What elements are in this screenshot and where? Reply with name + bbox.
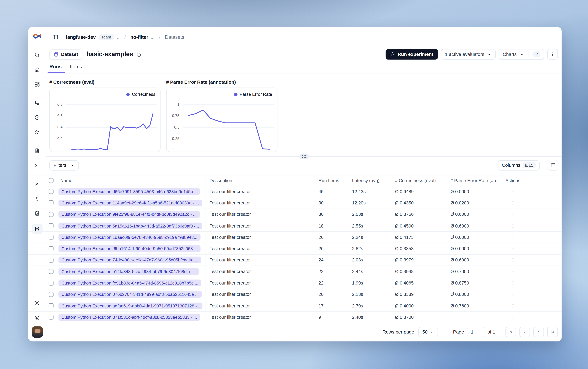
resize-grip-icon[interactable]	[300, 154, 308, 159]
row-checkbox[interactable]	[49, 303, 53, 308]
row-checkbox[interactable]	[49, 292, 53, 297]
row-actions-button[interactable]	[509, 210, 518, 219]
tab-items[interactable]: Items	[70, 64, 82, 73]
last-page-button[interactable]	[547, 327, 558, 337]
row-actions-button[interactable]	[509, 198, 518, 208]
sidebar-item-dashboard[interactable]	[32, 80, 42, 88]
columns-button[interactable]: Columns 8/15	[498, 160, 540, 170]
sidebar-item-sessions[interactable]	[32, 113, 42, 122]
run-name-link[interactable]: Custom Python Execution 1daec0f9-5e78-43…	[58, 234, 200, 241]
row-actions-button[interactable]	[509, 221, 518, 230]
run-description: Test our filter creator	[205, 292, 318, 297]
page-input[interactable]	[467, 327, 484, 337]
run-description: Test our filter creator	[205, 269, 318, 274]
sidebar-item-prompts[interactable]	[32, 146, 42, 155]
charts-button[interactable]: Charts 2	[499, 49, 544, 60]
next-page-button[interactable]	[533, 327, 544, 337]
row-checkbox[interactable]	[49, 201, 53, 205]
row-checkbox[interactable]	[49, 280, 53, 285]
sidebar-item-users[interactable]	[32, 128, 42, 136]
row-checkbox[interactable]	[49, 223, 53, 228]
row-actions-button[interactable]	[509, 187, 518, 196]
row-checkbox[interactable]	[49, 269, 53, 274]
rows-per-page-label: Rows per page	[382, 329, 414, 335]
rows-per-page-select[interactable]: 50	[418, 327, 438, 337]
row-actions-button[interactable]	[509, 278, 518, 287]
breadcrumb-section[interactable]: Datasets	[165, 34, 184, 40]
run-name-link[interactable]: Custom Python Execution adfae619-abb0-4d…	[58, 302, 202, 309]
panel-divider	[46, 156, 562, 156]
column-header-parse-error-rate[interactable]: # Parse Error Rate (an...	[451, 178, 505, 183]
sidebar-item-search[interactable]	[32, 51, 42, 59]
run-latency-value: 2.44s	[352, 269, 395, 274]
tab-runs[interactable]: Runs	[49, 64, 62, 73]
screen: langfuse-dev Team / no-filter / Datasets…	[0, 0, 588, 369]
row-actions-button[interactable]	[509, 313, 518, 322]
row-actions-button[interactable]	[509, 290, 518, 299]
row-actions-button[interactable]	[509, 267, 518, 276]
row-actions-button[interactable]	[509, 233, 518, 242]
breadcrumb-environment[interactable]: no-filter	[130, 34, 148, 40]
run-correctness-value: Ø 0.6489	[395, 189, 451, 194]
run-name-link[interactable]: Custom Python Execution 5a15a616-1bab-44…	[58, 222, 202, 229]
run-latency-value: 2.03s	[352, 257, 395, 263]
row-checkbox[interactable]	[49, 189, 53, 194]
column-header-name[interactable]: Name	[58, 175, 205, 186]
user-avatar[interactable]	[31, 326, 43, 338]
row-checkbox[interactable]	[49, 258, 53, 263]
run-parse-error-rate-value: Ø 0.8000	[451, 292, 505, 297]
breadcrumb-project[interactable]: langfuse-dev	[66, 34, 96, 40]
info-icon[interactable]	[137, 52, 141, 57]
active-evaluators-button[interactable]: 1 active evaluators	[441, 49, 496, 60]
tab-divider	[46, 73, 562, 74]
column-header-run-items[interactable]: Run Items	[318, 178, 352, 183]
chevron-down-icon	[430, 330, 434, 334]
kebab-icon	[550, 52, 555, 57]
filters-button[interactable]: Filters	[49, 160, 79, 170]
sidebar-toggle-icon[interactable]	[50, 32, 60, 42]
row-actions-button[interactable]	[509, 301, 518, 310]
row-checkbox[interactable]	[49, 315, 53, 320]
run-correctness-value: Ø 0.3948	[395, 269, 451, 274]
row-checkbox[interactable]	[49, 212, 53, 217]
run-name-link[interactable]: Custom Python Execution 74de488e-ec9d-47…	[58, 257, 201, 264]
row-actions-button[interactable]	[509, 244, 518, 253]
column-header-description[interactable]: Description	[205, 178, 318, 183]
column-header-correctness[interactable]: # Correctness (eval)	[395, 178, 451, 183]
chevron-down-icon[interactable]	[116, 35, 120, 39]
run-name-link[interactable]: Custom Python Execution fe91b83e-04a5-47…	[58, 279, 201, 286]
select-all-checkbox[interactable]	[49, 178, 53, 183]
run-name-link[interactable]: Custom Python Execution 9fe23f98-881e-44…	[58, 211, 200, 218]
run-name-link[interactable]: Custom Python Execution f6bb1614-1f90-40…	[58, 245, 200, 252]
row-actions-button[interactable]	[509, 256, 518, 265]
sidebar-item-playground[interactable]	[32, 161, 42, 169]
run-items-value: 45	[318, 189, 352, 194]
run-experiment-button[interactable]: Run experiment	[386, 49, 438, 60]
run-items-value: 26	[318, 235, 352, 240]
header-more-button[interactable]	[547, 49, 558, 60]
pagination-bar: Rows per page 50 Page of 1	[46, 326, 558, 338]
run-correctness-value: Ø 0.4173	[395, 235, 451, 240]
run-name-link[interactable]: Custom Python Execution 371f531c-abff-4d…	[58, 314, 200, 321]
line-series	[183, 100, 274, 150]
first-page-button[interactable]	[505, 327, 516, 337]
row-checkbox[interactable]	[49, 235, 53, 240]
chevron-down-icon[interactable]	[150, 35, 154, 39]
divider	[528, 51, 528, 57]
row-checkbox[interactable]	[49, 246, 53, 251]
run-description: Test our filter creator	[205, 303, 318, 308]
run-name-link[interactable]: Custom Python Execution 114aa9ef-29e6-4e…	[58, 200, 202, 206]
sidebar-item-home[interactable]	[32, 65, 42, 74]
table-row: Custom Python Execution 5a15a616-1bab-44…	[28, 220, 562, 232]
sidebar-item-tracing[interactable]	[32, 98, 42, 107]
y-tick-label: 0.2	[57, 136, 62, 141]
run-name-link[interactable]: Custom Python Execution e14fa348-5cfc-49…	[58, 268, 199, 275]
column-header-latency[interactable]: Latency (avg)	[352, 178, 395, 183]
previous-page-button[interactable]	[519, 327, 530, 337]
run-correctness-value: Ø 0.3700	[395, 315, 451, 320]
row-height-button[interactable]	[548, 160, 558, 171]
langfuse-logo-icon[interactable]	[33, 33, 41, 39]
run-name-link[interactable]: Custom Python Execution d66e7991-8595-45…	[58, 188, 200, 195]
run-name-link[interactable]: Custom Python Execution 076b2704-341d-48…	[58, 291, 202, 298]
run-description: Test our filter creator	[205, 315, 318, 320]
